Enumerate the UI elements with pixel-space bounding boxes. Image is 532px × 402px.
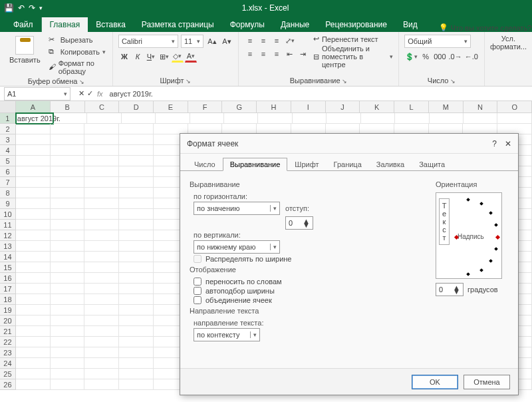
cell[interactable]: [84, 188, 119, 198]
cell[interactable]: [361, 113, 395, 124]
cell[interactable]: [51, 230, 85, 241]
cell[interactable]: [51, 273, 85, 284]
cell[interactable]: [84, 145, 119, 156]
tab-data[interactable]: Данные: [273, 17, 317, 32]
cell[interactable]: [84, 252, 119, 262]
cell[interactable]: [84, 326, 119, 337]
cell[interactable]: [16, 326, 51, 337]
select-all-corner[interactable]: [0, 101, 16, 112]
italic-button[interactable]: К: [132, 51, 144, 63]
cell[interactable]: [119, 273, 154, 284]
tab-review[interactable]: Рецензирование: [317, 17, 395, 32]
column-header[interactable]: G: [222, 101, 257, 112]
cell[interactable]: [16, 358, 51, 369]
paste-button[interactable]: Вставить: [5, 35, 45, 76]
cell[interactable]: [119, 358, 154, 369]
cell[interactable]: [258, 113, 292, 124]
decrease-decimal-icon[interactable]: ←.0: [464, 51, 479, 63]
format-painter-button[interactable]: 🖌Формат по образцу: [47, 59, 107, 76]
row-header[interactable]: 20: [0, 315, 16, 326]
comma-format-icon[interactable]: 000: [433, 51, 446, 63]
column-header[interactable]: J: [326, 101, 360, 112]
dlg-tab-border[interactable]: Граница: [327, 158, 369, 171]
cell[interactable]: [16, 252, 51, 262]
indent-spinner[interactable]: 0▲▼: [285, 216, 313, 230]
vertical-text-button[interactable]: Текст: [439, 198, 450, 245]
font-color-button[interactable]: A▾: [185, 51, 197, 63]
row-header[interactable]: 19: [0, 305, 16, 315]
column-header[interactable]: L: [394, 101, 429, 112]
decrease-indent-icon[interactable]: ⇤: [284, 48, 296, 60]
cell[interactable]: [119, 347, 154, 358]
increase-indent-icon[interactable]: ⇥: [297, 48, 309, 60]
increase-decimal-icon[interactable]: .0→: [448, 51, 463, 63]
cell[interactable]: [51, 145, 85, 156]
cell[interactable]: [84, 166, 119, 177]
dlg-tab-alignment[interactable]: Выравнивание: [223, 158, 288, 171]
cell[interactable]: [16, 305, 51, 315]
row-header[interactable]: 1: [0, 113, 16, 124]
cell[interactable]: [16, 284, 51, 294]
redo-icon[interactable]: ↷: [29, 3, 35, 13]
tell-me[interactable]: 💡Что вы хотите сделать?: [426, 23, 532, 32]
column-header[interactable]: H: [257, 101, 291, 112]
cell[interactable]: [119, 156, 154, 166]
formula-input[interactable]: август 2019г.: [106, 90, 532, 98]
row-header[interactable]: 15: [0, 262, 16, 273]
decrease-font-icon[interactable]: A▾: [221, 35, 233, 47]
cell[interactable]: [84, 305, 119, 315]
conditional-format-button[interactable]: Усл.: [490, 35, 527, 43]
row-header[interactable]: 16: [0, 273, 16, 284]
cell[interactable]: [87, 113, 121, 124]
dialog-launcher-icon[interactable]: ↘: [450, 78, 456, 85]
align-bottom-icon[interactable]: ≡: [271, 35, 283, 47]
dlg-tab-protection[interactable]: Защита: [412, 158, 452, 171]
column-header[interactable]: O: [497, 101, 532, 112]
align-center-icon[interactable]: ≡: [257, 48, 269, 60]
cell[interactable]: [16, 209, 51, 220]
cell[interactable]: [51, 262, 85, 273]
cell[interactable]: август 2019г.: [16, 113, 53, 124]
column-header[interactable]: F: [188, 101, 223, 112]
cell[interactable]: [84, 262, 119, 273]
row-header[interactable]: 22: [0, 337, 16, 347]
cell[interactable]: [156, 113, 190, 124]
cell[interactable]: [84, 198, 119, 209]
cell[interactable]: [119, 252, 154, 262]
cell[interactable]: [16, 369, 51, 379]
tab-file[interactable]: Файл: [5, 17, 42, 32]
column-header[interactable]: E: [154, 101, 188, 112]
cell[interactable]: [119, 230, 154, 241]
shrink-fit-checkbox[interactable]: автоподбор ширины: [194, 287, 429, 295]
cell[interactable]: [84, 241, 119, 252]
tab-view[interactable]: Вид: [395, 17, 426, 32]
borders-button[interactable]: ⊞▾: [158, 51, 170, 63]
cell[interactable]: [51, 166, 85, 177]
dialog-launcher-icon[interactable]: ↘: [186, 78, 191, 85]
cell[interactable]: [119, 294, 154, 305]
row-header[interactable]: 8: [0, 188, 16, 198]
cancel-button[interactable]: Отмена: [464, 375, 510, 389]
cell[interactable]: [16, 262, 51, 273]
row-header[interactable]: 5: [0, 156, 16, 166]
cell[interactable]: [84, 230, 119, 241]
cell[interactable]: [84, 134, 119, 145]
fill-color-button[interactable]: ◇▾: [172, 51, 184, 63]
cell[interactable]: [119, 326, 154, 337]
cell[interactable]: [293, 113, 327, 124]
cell[interactable]: [51, 209, 85, 220]
row-header[interactable]: 17: [0, 284, 16, 294]
cell[interactable]: [16, 294, 51, 305]
bold-button[interactable]: Ж: [118, 51, 130, 63]
row-header[interactable]: 18: [0, 294, 16, 305]
row-header[interactable]: 7: [0, 177, 16, 188]
cell[interactable]: [16, 124, 51, 134]
tab-page-layout[interactable]: Разметка страницы: [134, 17, 222, 32]
cell[interactable]: [16, 145, 51, 156]
align-top-icon[interactable]: ≡: [244, 35, 256, 47]
ok-button[interactable]: OK: [412, 375, 458, 389]
help-icon[interactable]: ?: [492, 139, 497, 148]
cell[interactable]: [84, 273, 119, 284]
cell[interactable]: [51, 369, 85, 379]
cell[interactable]: [119, 262, 154, 273]
